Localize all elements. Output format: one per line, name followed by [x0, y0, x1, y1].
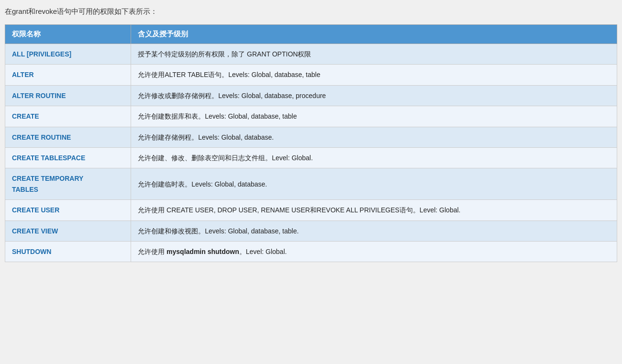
privilege-desc: 允许创建存储例程。Levels: Global, database. [131, 127, 617, 147]
privilege-name: ALTER [5, 65, 131, 85]
privilege-name: CREATE ROUTINE [5, 127, 131, 147]
privilege-desc: 允许使用ALTER TABLE语句。Levels: Global, databa… [131, 65, 617, 85]
privileges-table: 权限名称 含义及授予级别 ALL [PRIVILEGES]授予某个特定级别的所有… [5, 24, 617, 262]
privilege-name: ALTER ROUTINE [5, 85, 131, 106]
table-row: CREATE TEMPORARY TABLES允许创建临时表。Levels: G… [5, 168, 617, 200]
privilege-desc: 允许使用 mysqladmin shutdown。Level: Global. [131, 241, 617, 262]
table-row: CREATE允许创建数据库和表。Levels: Global, database… [5, 106, 617, 127]
col-header-desc: 含义及授予级别 [131, 25, 617, 44]
table-row: CREATE TABLESPACE允许创建、修改、删除表空间和日志文件组。Lev… [5, 147, 617, 168]
privilege-desc: 允许创建和修改视图。Levels: Global, database, tabl… [131, 221, 617, 241]
privilege-desc: 允许使用 CREATE USER, DROP USER, RENAME USER… [131, 200, 617, 221]
table-row: CREATE USER允许使用 CREATE USER, DROP USER, … [5, 200, 617, 221]
privilege-desc: 允许创建临时表。Levels: Global, database. [131, 168, 617, 200]
privilege-name: CREATE VIEW [5, 221, 131, 241]
privilege-name: CREATE TEMPORARY TABLES [5, 168, 131, 200]
privilege-name: ALL [PRIVILEGES] [5, 44, 131, 65]
privilege-name: SHUTDOWN [5, 241, 131, 262]
col-header-name: 权限名称 [5, 25, 131, 44]
privilege-desc: 允许修改或删除存储例程。Levels: Global, database, pr… [131, 85, 617, 106]
table-row: ALL [PRIVILEGES]授予某个特定级别的所有权限，除了 GRANT O… [5, 44, 617, 65]
privilege-name: CREATE USER [5, 200, 131, 221]
privilege-name: CREATE TABLESPACE [5, 147, 131, 168]
table-row: SHUTDOWN允许使用 mysqladmin shutdown。Level: … [5, 241, 617, 262]
table-row: ALTER ROUTINE允许修改或删除存储例程。Levels: Global,… [5, 85, 617, 106]
privilege-name: CREATE [5, 106, 131, 127]
table-row: CREATE VIEW允许创建和修改视图。Levels: Global, dat… [5, 221, 617, 241]
privilege-desc: 允许创建、修改、删除表空间和日志文件组。Level: Global. [131, 147, 617, 168]
table-row: ALTER允许使用ALTER TABLE语句。Levels: Global, d… [5, 65, 617, 85]
privilege-desc: 允许创建数据库和表。Levels: Global, database, tabl… [131, 106, 617, 127]
intro-text: 在grant和revoke语句中可用的权限如下表所示： [5, 5, 617, 19]
table-row: CREATE ROUTINE允许创建存储例程。Levels: Global, d… [5, 127, 617, 147]
privilege-desc: 授予某个特定级别的所有权限，除了 GRANT OPTION权限 [131, 44, 617, 65]
